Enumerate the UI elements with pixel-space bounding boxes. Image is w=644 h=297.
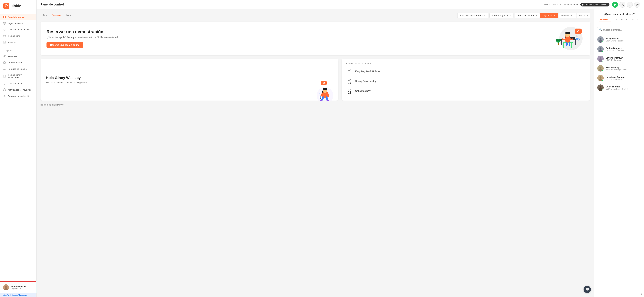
chevron-down-icon: ▼ xyxy=(509,14,511,16)
svg-point-58 xyxy=(600,57,602,59)
filter-groups[interactable]: Todos los grupos ▼ xyxy=(490,13,513,18)
member-item-cedric[interactable]: Cedric Diggory 10:29 último Tuesday xyxy=(594,44,644,54)
svg-rect-23 xyxy=(571,42,572,48)
status-dot xyxy=(602,89,604,91)
vac-day-1: 27 xyxy=(346,81,353,85)
svg-point-39 xyxy=(558,39,561,41)
member-item-harry[interactable]: Harry Potter 14:16 último Tuesday xyxy=(594,35,644,44)
tab-semana[interactable]: Semana xyxy=(50,12,64,18)
member-name: Hermione Granger xyxy=(606,76,641,78)
right-panel-header: ¿Quién está dentro/fuera? DENTRO DESCANS… xyxy=(594,9,644,25)
status-dot xyxy=(602,79,604,81)
sidebar-item-time-control[interactable]: Control horario xyxy=(0,59,36,66)
welcome-illustration: ⏱ xyxy=(312,81,335,101)
member-search-input[interactable] xyxy=(603,28,639,31)
filter-schedules[interactable]: Todos los horarios ▼ xyxy=(515,13,540,18)
demo-banner: Reservar una demostración ¿Necesitas ayu… xyxy=(40,21,590,55)
profile-chevron-icon: › xyxy=(33,286,34,289)
demo-cta-button[interactable]: Reserva una sesión online xyxy=(46,42,83,48)
view-managed-btn[interactable]: Gestionados xyxy=(559,13,576,18)
jibble-logo-icon xyxy=(3,3,9,9)
svg-rect-7 xyxy=(3,35,6,37)
svg-point-18 xyxy=(5,286,7,288)
sidebar-item-activities[interactable]: Actividades y Proyectos xyxy=(0,87,36,93)
member-time: 10:29 último Tuesday xyxy=(606,49,641,51)
settings-button[interactable] xyxy=(634,2,640,8)
member-name: Harry Potter xyxy=(606,37,641,40)
member-avatar-dean xyxy=(597,84,604,91)
svg-rect-45 xyxy=(320,96,321,98)
vac-day-0: 06 xyxy=(346,71,353,75)
svg-rect-27 xyxy=(575,40,576,45)
member-info-cedric: Cedric Diggory 10:29 último Tuesday xyxy=(606,47,641,51)
play-button[interactable] xyxy=(612,2,618,8)
chat-bubble-button[interactable] xyxy=(584,286,591,293)
view-personal-btn[interactable]: Personal xyxy=(577,13,590,18)
sidebar-item-live-locations[interactable]: Localizaciones en vivo xyxy=(0,26,36,33)
calendar-icon xyxy=(3,75,6,78)
member-item-hermione[interactable]: Hermione Granger 12:17 a month ago xyxy=(594,73,644,83)
tab-mes[interactable]: Mes xyxy=(64,12,74,18)
logo[interactable]: Jibble xyxy=(0,0,36,12)
inside-tabs: DENTRO DESCANSO SALIR xyxy=(598,18,641,22)
svg-point-50 xyxy=(320,91,320,92)
chevron-down-icon: ▼ xyxy=(536,14,538,16)
avatar-image xyxy=(3,285,9,290)
sidebar-item-people[interactable]: Personas xyxy=(0,53,36,59)
vacaciones-card: PRÓXIMAS VACACIONES MAY 06 Early May Ban… xyxy=(342,59,590,101)
horas-section: HORAS REGISTRADAS xyxy=(40,104,590,106)
welcome-card: Hola Ginny Weasley Esto es lo que está p… xyxy=(40,59,338,101)
user-avatar xyxy=(3,285,9,290)
member-item-lavender[interactable]: Lavender Brown 15:27 14 days ago xyxy=(594,54,644,63)
sidebar-item-dashboard[interactable]: Panel de control xyxy=(0,14,36,20)
svg-point-38 xyxy=(556,39,558,41)
svg-rect-3 xyxy=(3,17,4,18)
svg-point-64 xyxy=(600,76,602,78)
tab-dia[interactable]: Día xyxy=(40,12,50,18)
help-button[interactable]: ? xyxy=(627,2,633,8)
activity-badge[interactable]: ▶ Defence Against the Da... xyxy=(580,3,610,6)
sidebar-item-locations[interactable]: Localizaciones xyxy=(0,80,36,87)
user-profile-footer[interactable]: Ginny Weasley Hogwarts Co › xyxy=(0,282,36,293)
dashboard-icon xyxy=(3,15,6,18)
settings-section-header[interactable]: ▲ Ajustes xyxy=(0,48,36,53)
cards-row: Hola Ginny Weasley Esto es lo que está p… xyxy=(40,59,590,101)
member-time: 20:48 15 days ago GMT+2 xyxy=(606,69,641,71)
sidebar-item-work-schedules[interactable]: Horarios de trabajo xyxy=(0,66,36,72)
demo-text: Reservar una demostración ¿Necesitas ayu… xyxy=(46,29,551,48)
main-nav: Panel de control Hojas de horas Localiza… xyxy=(0,12,36,282)
profile-button[interactable] xyxy=(620,2,626,8)
member-item-ron[interactable]: Ron Weasley 20:48 15 days ago GMT+2 xyxy=(594,63,644,73)
sidebar-item-get-app[interactable]: Consigue la aplicación xyxy=(0,93,36,99)
member-info-lavender: Lavender Brown 15:27 14 days ago xyxy=(606,57,641,61)
filter-locations[interactable]: Todas las localizaciones ▼ xyxy=(457,13,488,18)
sidebar-item-label: Informes xyxy=(8,41,16,43)
tab-descanso[interactable]: DESCANSO xyxy=(613,18,628,22)
briefcase-icon xyxy=(3,34,6,37)
sidebar-item-time-off[interactable]: Tiempo libre xyxy=(0,33,36,39)
view-organization-btn[interactable]: Organización xyxy=(540,13,558,18)
last-entry-status: Última salida 11:43, último Monday xyxy=(544,3,578,6)
sidebar-item-time-off-vac[interactable]: Tiempo libre y vacaciones xyxy=(0,72,36,80)
member-avatar-cedric xyxy=(597,46,604,52)
svg-point-21 xyxy=(637,4,638,5)
chat-icon xyxy=(586,288,589,291)
tab-dentro[interactable]: DENTRO xyxy=(599,18,611,22)
reports-icon xyxy=(3,41,6,44)
member-item-dean[interactable]: Dean Thomas 11:10 a month ago GMT+5 xyxy=(594,83,644,92)
play-triangle-icon xyxy=(614,3,616,6)
vac-item-2: DEC 25 Christmas Day xyxy=(346,87,586,97)
user-footer-border: Ginny Weasley Hogwarts Co › xyxy=(0,282,36,293)
filter-locations-label: Todas las localizaciones xyxy=(460,14,483,17)
tab-salir[interactable]: SALIR xyxy=(630,18,640,22)
svg-rect-1 xyxy=(3,15,4,17)
expand-button[interactable]: › xyxy=(641,292,642,296)
member-search-box[interactable]: 🔍 xyxy=(597,27,641,32)
member-name: Ron Weasley xyxy=(606,66,641,69)
sidebar-url: https://web.jibble.io/dashboard xyxy=(0,293,36,297)
welcome-greeting: Hola Ginny Weasley xyxy=(46,76,89,80)
svg-rect-34 xyxy=(568,42,570,46)
member-time: 15:27 14 days ago xyxy=(606,59,641,61)
sidebar-item-timesheets[interactable]: Hojas de horas xyxy=(0,20,36,26)
sidebar-item-reports[interactable]: Informes xyxy=(0,39,36,45)
